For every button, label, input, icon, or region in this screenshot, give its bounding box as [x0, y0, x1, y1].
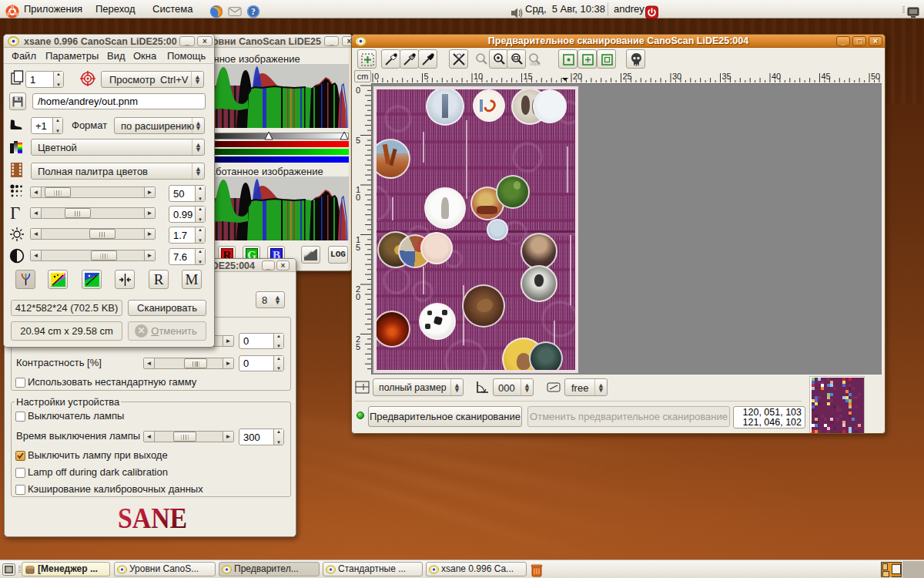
- svg-text:0: 0: [356, 193, 360, 202]
- svg-text:5: 5: [356, 243, 360, 252]
- svg-text:?: ?: [251, 7, 256, 17]
- svg-text:20: 20: [573, 72, 582, 81]
- svg-text:50: 50: [871, 72, 880, 81]
- svg-text:10: 10: [474, 72, 483, 81]
- svg-text:35: 35: [722, 72, 732, 81]
- svg-text:0: 0: [356, 292, 360, 301]
- svg-text:30: 30: [672, 72, 681, 81]
- svg-text:UNDO: UNDO: [530, 62, 541, 66]
- svg-text:SANE: SANE: [118, 505, 187, 533]
- svg-text:15: 15: [524, 72, 533, 81]
- svg-text:0: 0: [374, 72, 379, 81]
- svg-text:5: 5: [356, 342, 360, 351]
- svg-text:25: 25: [623, 72, 632, 81]
- svg-text:5: 5: [424, 72, 429, 81]
- svg-text:45: 45: [822, 72, 831, 81]
- svg-text:5: 5: [356, 136, 360, 145]
- svg-text:40: 40: [772, 72, 781, 81]
- svg-text:0: 0: [356, 86, 360, 95]
